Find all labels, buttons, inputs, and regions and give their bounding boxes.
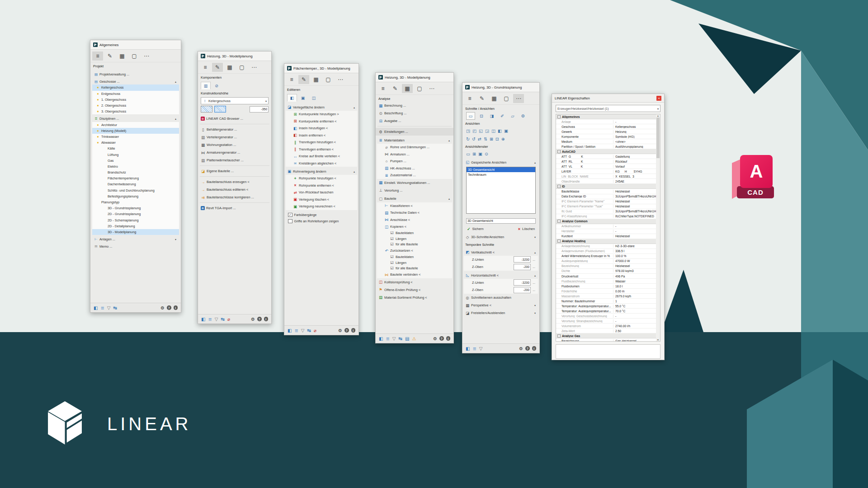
checkbox-row[interactable]: ✓ Farbübergänge xyxy=(284,212,359,218)
view-icon[interactable]: ⇄ xyxy=(478,136,481,141)
menu-item[interactable]: + Rohrpunkte hinzufügen < xyxy=(286,175,357,182)
property-row[interactable]: Allgemeines xyxy=(556,114,660,119)
status-icon[interactable]: ? xyxy=(525,346,530,351)
status-icon[interactable]: ≣ xyxy=(294,328,298,333)
menu-item[interactable]: ≣ Materialdaten ▴ xyxy=(376,136,453,144)
tree-item[interactable]: ✉ Memo ... xyxy=(92,244,179,249)
group-header-verlegeflaeche[interactable]: ◪ Verlegefläche ändern ▴ xyxy=(284,103,359,111)
palette-titlebar[interactable]: Heizung, 3D - Modellplanung xyxy=(376,73,453,82)
menu-item[interactable]: ▯ Behältergenerator ... xyxy=(198,126,271,133)
property-row[interactable]: ID xyxy=(556,184,660,189)
scrollbar-thumb[interactable] xyxy=(656,117,660,158)
tree-item[interactable]: Lüftung xyxy=(92,151,179,157)
menu-item[interactable]: ☑ Längen xyxy=(377,236,452,242)
browse-dots-button[interactable]: ... xyxy=(533,258,535,261)
property-row[interactable]: Artikelnummer - xyxy=(556,224,660,229)
toolbar-icon[interactable]: ⋯ xyxy=(426,84,437,93)
status-icon[interactable]: ⌀ xyxy=(227,317,230,322)
menu-item[interactable]: ◫ Kopieren < xyxy=(377,223,452,230)
property-value[interactable]: 245AE xyxy=(613,180,660,183)
object-select[interactable]: Erzeuger/Heizkessel/Heizkessel (1) ▾ xyxy=(556,105,660,112)
scroll-up-icon[interactable]: ▴ xyxy=(657,114,659,117)
tree-item[interactable]: Kälte xyxy=(92,145,179,151)
group-header-3d-schnitte[interactable]: ◇ 3D-Schnitte/Ansichten ▾ xyxy=(462,233,539,241)
property-value[interactable]: 3UUqonP$vmd8THkzoUNn1H xyxy=(613,195,660,198)
status-icon[interactable]: ⚙ xyxy=(433,336,437,341)
palette-titlebar[interactable]: Heizung, 3D - Grundrissplanung xyxy=(462,83,539,92)
status-icon[interactable]: ? xyxy=(257,317,262,321)
collapse-arrow-icon[interactable]: ▾ xyxy=(534,235,537,239)
status-icon[interactable]: ↹ xyxy=(307,328,311,333)
status-icon[interactable]: i xyxy=(351,328,356,333)
property-value[interactable]: Vorlauf xyxy=(613,165,660,168)
browse-dots-button[interactable]: ... xyxy=(533,265,535,268)
property-row[interactable]: ATT_RL_____K Rücklauf xyxy=(556,159,660,164)
menu-item[interactable]: ◧ Inseln hinzufügen < xyxy=(286,125,357,132)
collapse-arrow-icon[interactable]: ▾ xyxy=(175,238,177,241)
menu-item[interactable]: ⊢ Klassifizieren < xyxy=(377,202,452,210)
property-row[interactable]: Fluidvolumen 18.0 l xyxy=(556,284,660,289)
menu-item[interactable]: ↶ Zurücksetzen < xyxy=(377,247,452,254)
property-row[interactable]: Anlagenbezeichnung HZ-3-3D-stare xyxy=(556,244,660,249)
menu-item[interactable]: ∥ Trennfugen entfernen < xyxy=(286,146,357,153)
view-name-input[interactable] xyxy=(466,218,536,224)
property-value[interactable]: 18.0 l xyxy=(613,285,660,288)
menu-item[interactable]: ▦ Einstell. Wohnungsstationen ... xyxy=(376,179,453,187)
tree-item[interactable]: Gas xyxy=(92,158,179,164)
schnittebenen-ausschalten-item[interactable]: ◎ Schnittebenen ausschalten xyxy=(462,294,539,301)
toolbar-icon[interactable]: ⋯ xyxy=(249,63,259,72)
menu-item[interactable]: ▣ Verlegung löschen < xyxy=(286,196,357,203)
property-value[interactable]: Gasleitung xyxy=(613,155,660,158)
viewport-icon[interactable]: ▣ xyxy=(478,151,482,156)
view-icon[interactable]: ↺ xyxy=(472,136,476,141)
toolbar-icon[interactable]: ▦ xyxy=(117,52,127,61)
menu-item[interactable]: ▥ HK-Anschluss ... xyxy=(377,165,452,172)
tree-item[interactable]: ● 3. Obergeschoss xyxy=(92,108,179,114)
property-row[interactable]: Anteil Wärmeleistung Erzeuger in % 100.0… xyxy=(556,254,660,259)
hatch-option-b-button[interactable] xyxy=(214,106,226,113)
property-row[interactable]: Dichte 978.00 kg/m3 xyxy=(556,269,660,274)
component-tab-icon[interactable]: ⊘ xyxy=(212,82,222,89)
property-row[interactable]: Analyse Common xyxy=(556,219,660,224)
property-value[interactable]: - xyxy=(613,120,660,123)
property-value[interactable]: Ausführungsplanung xyxy=(613,145,660,148)
status-icon[interactable]: i xyxy=(532,346,537,351)
toolbar-icon[interactable]: ▦ xyxy=(224,63,235,72)
collapse-arrow-icon[interactable]: ▴ xyxy=(534,251,537,254)
toolbar-icon[interactable]: ⋯ xyxy=(513,94,524,103)
status-icon[interactable]: ⚙ xyxy=(519,346,523,351)
view-icon[interactable]: ⊡ xyxy=(495,136,499,141)
toolbar-icon[interactable]: ≡ xyxy=(286,75,297,84)
tree-item[interactable]: ● 2. Obergeschoss xyxy=(92,103,179,108)
menu-item[interactable]: D LINEAR CAD Browser ... xyxy=(198,115,271,122)
toolbar-icon[interactable]: ▦ xyxy=(402,84,413,93)
tree-item[interactable]: ● Architektur xyxy=(92,122,179,128)
tree-item[interactable]: ● 1. Obergeschoss xyxy=(92,97,179,103)
status-icon[interactable]: ⚙ xyxy=(251,317,255,322)
viewport-icon[interactable]: ⊙ xyxy=(485,151,488,156)
checkbox[interactable]: ✓ xyxy=(288,213,292,217)
collapse-arrow-icon[interactable]: ▴ xyxy=(534,274,537,277)
vertical-scrollbar[interactable]: ▴ ▾ xyxy=(656,114,660,341)
property-row[interactable]: Bauteilklasse Heizkessel xyxy=(556,189,660,194)
palette-titlebar[interactable]: Allgemeines xyxy=(90,40,181,50)
tree-item[interactable]: ▤ Projektverwaltung ... xyxy=(92,71,179,77)
status-icon[interactable]: ? xyxy=(167,305,171,310)
property-value[interactable]: HZ-3-3D-stare xyxy=(613,244,660,248)
view-icon[interactable]: ◧ xyxy=(498,128,502,133)
property-row[interactable]: Druckverlust 496 Pa xyxy=(556,274,660,279)
property-row[interactable]: Analyse Gas xyxy=(556,333,660,338)
tree-item[interactable]: 2D - Schemaplanung xyxy=(92,217,179,223)
close-icon[interactable]: × xyxy=(656,96,661,101)
status-icon[interactable]: ≣ xyxy=(208,317,212,322)
menu-item[interactable]: ⋈ Armaturen ... xyxy=(377,151,452,158)
menu-item[interactable]: ⚑ Offene-Enden Prüfung < xyxy=(376,286,453,294)
z-value-input[interactable] xyxy=(514,287,531,293)
menu-item[interactable]: ◪ Eigene Bauteile ... xyxy=(198,167,271,175)
section-tool-icon[interactable]: ▱ xyxy=(509,113,517,119)
browse-dots-button[interactable]: ... xyxy=(533,281,535,284)
menu-item[interactable]: ⊠ Konturpunkte entfernen < xyxy=(286,118,357,125)
menu-item[interactable] xyxy=(198,164,271,167)
tree-item[interactable]: ● Heizung (Modell) xyxy=(92,128,179,134)
property-value[interactable]: Heizkessel xyxy=(613,200,660,203)
